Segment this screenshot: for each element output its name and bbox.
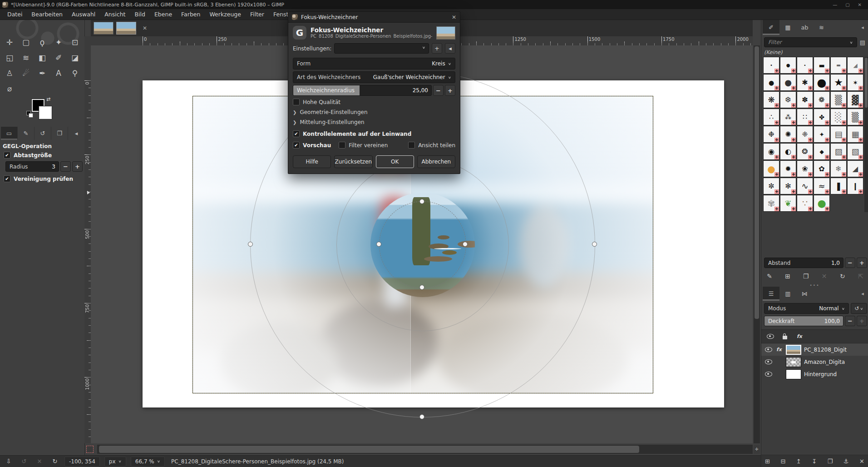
anchor-layer-button[interactable]: ⚓ — [843, 458, 849, 465]
canvas-navigation-button[interactable]: ✛ — [754, 445, 760, 454]
brush-item[interactable]: ✹+ — [780, 160, 796, 177]
tool-text[interactable]: A — [50, 65, 67, 81]
layer-row-amazon-digita[interactable]: Amazon_Digita — [761, 356, 868, 368]
ruler-corner[interactable] — [84, 36, 91, 46]
sample-radius-slider[interactable]: Radius 3 — [5, 161, 59, 172]
focus-inner-circle[interactable] — [379, 201, 466, 288]
layer-row-hintergrund[interactable]: Hintergrund — [761, 368, 868, 380]
menu-bild[interactable]: Bild — [130, 10, 149, 19]
preview-label[interactable]: Vorschau — [303, 142, 331, 149]
sample-size-checkbox[interactable]: ✔ Abtastgröße — [4, 152, 52, 159]
tool-rectangle-select[interactable]: ▢ — [18, 35, 34, 50]
lock-visibility-toggle[interactable] — [764, 331, 777, 342]
brush-item[interactable]: ●+ — [814, 195, 830, 212]
brush-item[interactable]: ✱+ — [797, 74, 813, 91]
focus-handle-inner-top[interactable] — [419, 199, 424, 204]
focus-handle-outer-right[interactable] — [592, 242, 597, 247]
brush-item[interactable]: ▧+ — [847, 143, 863, 160]
tool-warp-transform[interactable]: ≋ — [18, 50, 34, 65]
focus-handle-outer-bottom[interactable] — [419, 414, 424, 419]
refresh-brushes[interactable]: ↻ — [837, 271, 848, 282]
menu-auswahl[interactable]: Auswahl — [67, 10, 100, 19]
minimize-button[interactable]: — — [833, 2, 837, 7]
menu-bearbeiten[interactable]: Bearbeiten — [27, 10, 67, 19]
brush-item[interactable]: •+ — [797, 57, 813, 74]
new-group-button[interactable]: ⊟ — [780, 458, 785, 465]
layer-visibility-eye-icon[interactable] — [765, 372, 772, 377]
ok-button[interactable]: OK — [376, 155, 414, 168]
presets-combobox[interactable]: ∨ — [334, 43, 429, 54]
spacing-decrease-button[interactable]: − — [845, 258, 855, 268]
mode-reset-button[interactable]: ↺ ∨ — [851, 303, 867, 314]
duplicate-layer-button[interactable]: ❐ — [828, 458, 833, 465]
sample-radius-decrease-button[interactable]: − — [60, 161, 71, 172]
raise-layer-button[interactable]: ↥ — [796, 458, 801, 465]
blur-radius-slider[interactable]: Weichzeichnenradius 25,00 — [293, 85, 432, 96]
brush-scrollbar[interactable] — [864, 57, 868, 212]
brush-item[interactable]: ✿+ — [814, 160, 830, 177]
brush-item[interactable]: ▤+ — [830, 126, 847, 143]
tab-layers[interactable]: ☰ — [763, 287, 779, 301]
tab-gradients[interactable]: ≋ — [813, 20, 830, 35]
brush-item[interactable]: ❙+ — [847, 178, 863, 194]
brush-item[interactable]: ✶+ — [847, 74, 863, 91]
manage-presets-button[interactable]: ◂ — [445, 43, 455, 54]
focus-handle-inner-left[interactable] — [376, 242, 381, 247]
layer-visibility-eye-icon[interactable] — [765, 359, 772, 364]
brush-item[interactable]: ∷+ — [797, 109, 813, 125]
focus-handle-inner-bottom[interactable] — [419, 285, 424, 290]
check-merge-checkbox[interactable]: ✔ Vereinigung prüfen — [4, 175, 73, 182]
dialog-close-button[interactable]: ✕ — [452, 14, 456, 20]
brush-item[interactable]: ◢+ — [847, 57, 863, 74]
lower-layer-button[interactable]: ↧ — [812, 458, 817, 465]
tab-channels[interactable]: ▥ — [779, 287, 796, 301]
brush-item[interactable]: ▒+ — [847, 109, 863, 125]
brush-item[interactable]: ◐+ — [780, 143, 796, 160]
brush-item[interactable]: ░+ — [830, 109, 847, 125]
brush-item[interactable]: ▓+ — [847, 91, 863, 108]
brush-item[interactable]: ✽+ — [797, 91, 813, 108]
reset-status-icon[interactable]: ↻ — [50, 458, 60, 465]
focus-handle-outer-left[interactable] — [248, 242, 253, 247]
tab-brushes[interactable]: ✐ — [763, 20, 779, 35]
brush-item[interactable]: ▒+ — [830, 91, 847, 108]
brush-item[interactable]: ∵+ — [797, 195, 813, 212]
brush-item[interactable]: ▬+ — [814, 57, 830, 74]
brush-item[interactable]: ·+ — [763, 57, 779, 74]
brush-item[interactable]: ●+ — [780, 74, 796, 91]
menu-ansicht[interactable]: Ansicht — [100, 10, 130, 19]
unit-select[interactable]: px∨ — [104, 457, 126, 467]
add-preset-button[interactable]: + — [432, 43, 442, 54]
brush-item[interactable]: ▦+ — [847, 126, 863, 143]
color-area[interactable]: ⇄ — [30, 98, 54, 120]
new-layer-button[interactable]: ⊞ — [765, 458, 770, 465]
on-canvas-checkbox[interactable]: ✔ Kontrollelemente auf der Leinwand — [293, 130, 455, 137]
brush-filter-input[interactable]: Filter ∨ — [764, 37, 857, 47]
brush-item[interactable]: ●+ — [814, 74, 830, 91]
tool-clone[interactable]: ♙ — [1, 65, 18, 81]
brush-item[interactable]: ◉+ — [763, 143, 779, 160]
duplicate-brush[interactable]: ❐ — [800, 271, 811, 282]
dialog-titlebar[interactable]: Fokus-Weichzeichner ✕ — [288, 12, 460, 23]
brush-item[interactable]: ★+ — [830, 74, 847, 91]
layer-mode-select[interactable]: Modus Normal∨ — [764, 303, 849, 314]
brush-item[interactable]: ◢+ — [847, 160, 863, 177]
layer-thumbnail[interactable] — [786, 369, 801, 379]
tab-undo-history-icon[interactable]: ↺ — [35, 127, 51, 140]
tab-tool-options-icon[interactable]: ▭ — [1, 127, 18, 140]
tab-paths[interactable]: ⋈ — [796, 287, 813, 301]
brush-item[interactable]: ✼+ — [763, 178, 779, 194]
background-color-swatch[interactable] — [39, 106, 52, 119]
lock-pixels-toggle[interactable] — [779, 331, 791, 342]
opacity-increase-button[interactable]: + — [857, 316, 867, 326]
layer-effects-toggle[interactable]: fx — [793, 331, 806, 342]
merge-filter-label[interactable]: Filter vereinen — [349, 142, 388, 149]
brush-item[interactable]: ◆+ — [814, 143, 830, 160]
shape-field[interactable]: Form Kreis∨ — [293, 58, 455, 70]
brush-item[interactable]: ●+ — [780, 57, 796, 74]
tab-patterns[interactable]: ▦ — [779, 20, 796, 35]
high-quality-checkbox[interactable]: Hohe Qualität — [293, 99, 455, 105]
dock-collapse-icon[interactable]: ◂ — [858, 20, 867, 35]
blur-radius-decrease-button[interactable]: − — [433, 85, 444, 96]
layer-visibility-eye-icon[interactable] — [765, 347, 772, 352]
